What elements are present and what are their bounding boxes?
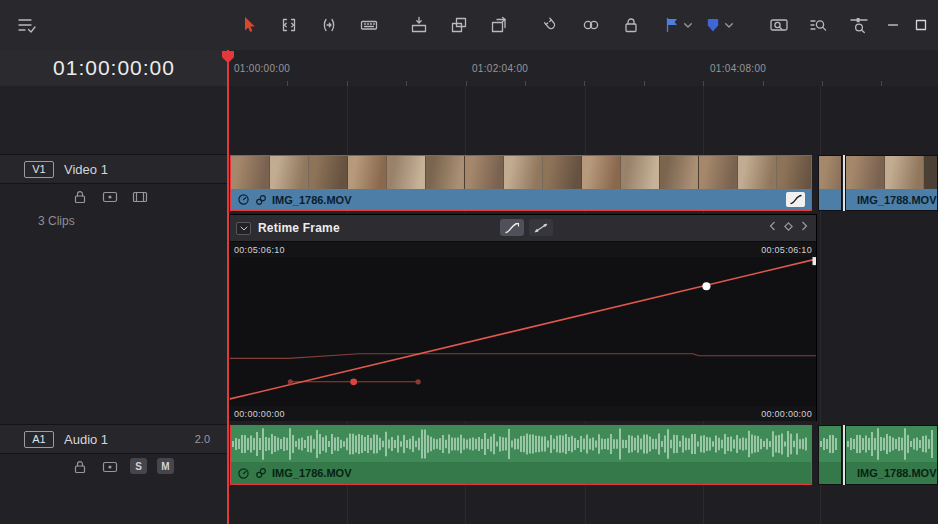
zoom-custom-icon[interactable] bbox=[840, 8, 878, 42]
timeline-area[interactable]: IMG_1786.MOV IMG_1788.MOV bbox=[228, 86, 938, 524]
insert-clip-icon[interactable] bbox=[400, 8, 438, 42]
video-clip-label-bar bbox=[819, 189, 841, 210]
retime-panel-title: Retime Frame bbox=[258, 221, 340, 235]
retime-tc-right: 00:05:06:10 bbox=[761, 245, 812, 255]
chevron-down-icon bbox=[684, 23, 692, 28]
video-clip-label-bar: IMG_1786.MOV bbox=[231, 189, 811, 210]
flag-button[interactable] bbox=[658, 8, 697, 42]
audio-clip-label-bar: IMG_1788.MOV bbox=[846, 462, 937, 484]
video-clip-slice[interactable] bbox=[818, 155, 842, 211]
retime-tc-right: 00:00:00:00 bbox=[761, 409, 812, 419]
audio-waveform bbox=[819, 426, 841, 462]
retime-curve-mode-button[interactable] bbox=[500, 219, 524, 236]
timecode-value: 01:00:00:00 bbox=[53, 56, 175, 80]
replace-clip-icon[interactable] bbox=[480, 8, 518, 42]
davinci-resolve-timeline: 01:00:00:00 01:00:00:00 01:02:04:00 01:0… bbox=[0, 0, 938, 524]
timeline-view-box-icon[interactable] bbox=[908, 8, 934, 42]
solo-button[interactable]: S bbox=[130, 458, 147, 474]
film-frame-icon[interactable] bbox=[130, 188, 150, 206]
mute-button[interactable]: M bbox=[157, 458, 174, 474]
chevron-down-icon bbox=[725, 23, 733, 28]
audio-track-controls: S M bbox=[70, 458, 174, 476]
audio-track-name: Audio 1 bbox=[64, 432, 108, 447]
razor-edit-mode-icon[interactable] bbox=[350, 8, 388, 42]
retime-tc-left: 00:00:00:00 bbox=[234, 409, 285, 419]
zoom-detail-icon[interactable] bbox=[800, 8, 838, 42]
speed-gauge-icon bbox=[237, 467, 250, 480]
dynamic-trim-mode-icon[interactable] bbox=[310, 8, 348, 42]
clip-name: IMG_1786.MOV bbox=[272, 194, 351, 206]
marker-icon bbox=[704, 16, 722, 34]
audio-clip-label-bar: IMG_1786.MOV bbox=[231, 462, 811, 484]
track-lock-icon[interactable] bbox=[70, 188, 90, 206]
pointer-tool-icon[interactable] bbox=[230, 8, 268, 42]
retime-linear-mode-button[interactable] bbox=[529, 219, 553, 236]
edit-toolbar bbox=[0, 0, 938, 51]
ruler-label: 01:04:08:00 bbox=[710, 63, 766, 74]
video-thumbnail-strip bbox=[231, 156, 811, 189]
audio-clip-img-1786[interactable]: IMG_1786.MOV bbox=[230, 425, 812, 485]
prev-keyframe-icon[interactable] bbox=[769, 221, 776, 231]
retime-frame-panel: Retime Frame 00:05:06:10 00:05: bbox=[229, 214, 817, 421]
video-thumbnail-strip bbox=[819, 156, 841, 189]
retime-panel-dropdown[interactable] bbox=[236, 222, 251, 235]
ruler-label: 01:00:00:00 bbox=[234, 63, 290, 74]
video-clip-img-1786[interactable]: IMG_1786.MOV bbox=[230, 155, 812, 211]
timeline-ruler[interactable]: 01:00:00:00 01:02:04:00 01:04:08:00 bbox=[228, 50, 938, 87]
clip-count-label: 3 Clips bbox=[38, 214, 75, 228]
track-lock-icon[interactable] bbox=[70, 458, 90, 476]
retime-panel-header: Retime Frame bbox=[230, 215, 816, 242]
retime-curve-indicator[interactable] bbox=[786, 192, 805, 207]
retime-tc-left: 00:05:06:10 bbox=[234, 245, 285, 255]
marker-button[interactable] bbox=[699, 8, 738, 42]
position-lock-icon[interactable] bbox=[612, 8, 650, 42]
speed-gauge-icon bbox=[237, 193, 250, 206]
retime-curve-area[interactable] bbox=[230, 257, 816, 406]
flag-icon bbox=[663, 16, 681, 34]
snapping-icon[interactable] bbox=[532, 8, 570, 42]
video-track-header[interactable]: V1 Video 1 bbox=[0, 154, 228, 184]
link-icon bbox=[255, 467, 267, 479]
retime-top-timecodes: 00:05:06:10 00:05:06:10 bbox=[230, 242, 816, 257]
auto-select-icon[interactable] bbox=[100, 188, 120, 206]
keyframe-icon[interactable] bbox=[784, 222, 793, 231]
minimize-icon[interactable] bbox=[880, 8, 906, 42]
trim-edit-mode-icon[interactable] bbox=[270, 8, 308, 42]
audio-waveform bbox=[231, 426, 811, 462]
retime-bottom-timecodes: 00:00:00:00 00:00:00:00 bbox=[230, 406, 816, 421]
video-clip-label-bar: IMG_1788.MOV bbox=[846, 189, 937, 210]
video-track-badge[interactable]: V1 bbox=[24, 161, 54, 178]
track-header-panel: V1 Video 1 3 Clips A1 Audio 1 2.0 bbox=[0, 86, 228, 524]
audio-track-badge[interactable]: A1 bbox=[24, 431, 54, 448]
video-thumbnail-strip bbox=[846, 156, 937, 189]
audio-waveform bbox=[846, 426, 937, 462]
link-icon bbox=[255, 194, 267, 206]
timeline-options-icon[interactable] bbox=[8, 8, 46, 42]
ruler-label: 01:02:04:00 bbox=[472, 63, 528, 74]
clip-name: IMG_1786.MOV bbox=[272, 467, 351, 479]
overwrite-clip-icon[interactable] bbox=[440, 8, 478, 42]
next-keyframe-icon[interactable] bbox=[801, 221, 808, 231]
clip-name: IMG_1788.MOV bbox=[857, 194, 936, 206]
audio-clip-slice[interactable] bbox=[818, 425, 842, 485]
zoom-full-extent-icon[interactable] bbox=[760, 8, 798, 42]
retime-mode-buttons bbox=[500, 219, 553, 236]
auto-select-icon[interactable] bbox=[100, 458, 120, 476]
audio-track-header[interactable]: A1 Audio 1 2.0 bbox=[0, 424, 228, 454]
playhead-line[interactable] bbox=[227, 50, 229, 524]
audio-clip-label-bar bbox=[819, 462, 841, 484]
keyframe-navigation bbox=[769, 221, 808, 231]
video-track-name: Video 1 bbox=[64, 162, 108, 177]
video-track-controls bbox=[70, 188, 150, 206]
linked-selection-icon[interactable] bbox=[572, 8, 610, 42]
audio-clip-img-1788[interactable]: IMG_1788.MOV bbox=[845, 425, 938, 485]
clip-name: IMG_1788.MOV bbox=[857, 467, 936, 479]
timecode-display[interactable]: 01:00:00:00 bbox=[0, 50, 228, 87]
retime-curve-svg bbox=[230, 257, 816, 406]
video-clip-img-1788[interactable]: IMG_1788.MOV bbox=[845, 155, 938, 211]
audio-channels-label: 2.0 bbox=[195, 433, 210, 445]
